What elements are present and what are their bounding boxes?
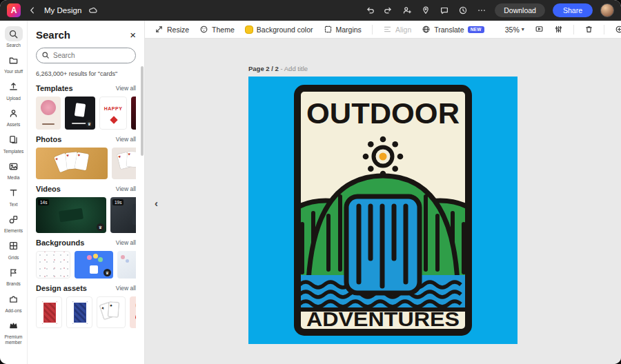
share-button[interactable]: Share — [553, 3, 593, 17]
backgrounds-row: ♛ — [36, 251, 136, 279]
settings-sliders-button[interactable] — [554, 25, 563, 34]
user-avatar[interactable] — [600, 3, 614, 17]
folder-icon — [5, 52, 23, 68]
background-thumbnail[interactable] — [36, 251, 70, 279]
resize-button[interactable]: Resize — [155, 25, 189, 34]
sidebar-item-search[interactable]: Search — [0, 24, 27, 50]
artboard[interactable]: OUTDOOR ADVENTURES — [248, 77, 518, 344]
panel-collapse-chevron-icon[interactable]: ‹ — [155, 197, 158, 209]
margins-icon — [324, 25, 333, 34]
sidebar-item-text[interactable]: Text — [0, 183, 27, 210]
sidebar-item-your-stuff[interactable]: Your stuff — [0, 50, 27, 77]
sidebar-item-media[interactable]: Media — [0, 156, 27, 183]
comment-icon[interactable] — [439, 5, 450, 16]
download-button[interactable]: Download — [495, 3, 545, 17]
add-title-label: - Add title — [280, 65, 308, 72]
background-thumbnail[interactable]: ♛ — [75, 251, 113, 279]
back-chevron-icon[interactable] — [27, 5, 38, 16]
plus-circle-icon — [615, 25, 621, 34]
poster-title-bottom[interactable]: ADVENTURES — [306, 307, 460, 330]
upload-icon — [5, 79, 23, 94]
translate-icon — [422, 25, 431, 34]
elements-icon — [5, 212, 23, 227]
sidebar-item-upload[interactable]: Upload — [0, 77, 27, 103]
design-asset-thumbnail[interactable] — [66, 296, 92, 328]
panel-scrollbar[interactable] — [141, 66, 144, 156]
photo-thumbnail[interactable]: ♥ ♥ ♥ — [36, 148, 108, 179]
preview-icon — [535, 25, 544, 34]
search-icon — [5, 26, 23, 41]
panel-title: Search — [36, 29, 70, 41]
add-page-button[interactable]: Add — [615, 25, 621, 34]
template-thumbnail[interactable]: HAPPY — [99, 97, 127, 130]
app-window: A My Design Download Share Search — [0, 0, 621, 364]
adobe-express-logo[interactable]: A — [7, 3, 21, 17]
sidebar-item-elements[interactable]: Elements — [0, 210, 27, 236]
background-color-swatch-icon — [245, 26, 253, 34]
page-label[interactable]: Page 2 / 2 - Add title — [248, 65, 518, 72]
search-box — [36, 48, 136, 63]
invite-collaborator-icon[interactable] — [402, 5, 413, 16]
more-options-icon[interactable] — [476, 5, 487, 16]
new-badge: NEW — [468, 26, 484, 33]
align-icon — [383, 25, 392, 34]
sidebar-item-templates[interactable]: Templates — [0, 130, 27, 156]
view-all-backgrounds[interactable]: View all — [116, 239, 136, 246]
sidebar-item-grids[interactable]: Grids — [0, 236, 27, 263]
undo-icon[interactable] — [364, 5, 375, 16]
trash-icon — [584, 25, 593, 34]
search-input[interactable] — [36, 48, 136, 63]
view-all-photos[interactable]: View all — [116, 136, 136, 143]
background-color-button[interactable]: Background color — [245, 26, 313, 34]
premium-crown-icon — [5, 318, 23, 333]
template-thumbnail[interactable] — [131, 97, 136, 130]
design-asset-thumbnail[interactable] — [130, 296, 136, 328]
section-title-backgrounds: Backgrounds — [36, 239, 84, 247]
preview-button[interactable] — [535, 25, 544, 34]
video-duration-badge: 19s — [112, 199, 124, 205]
chevron-down-icon: ▾ — [522, 26, 524, 32]
redo-icon[interactable] — [383, 5, 394, 16]
view-all-videos[interactable]: View all — [116, 185, 136, 192]
brands-icon — [5, 265, 23, 280]
premium-crown-icon: ♛ — [86, 120, 93, 128]
settings-sliders-icon — [554, 25, 563, 34]
text-icon — [5, 185, 23, 201]
video-thumbnail[interactable]: 19s ♛ — [110, 197, 136, 233]
template-thumbnail[interactable] — [36, 97, 61, 130]
margins-button[interactable]: Margins — [324, 25, 362, 34]
sidebar-item-add-ons[interactable]: Add-ons — [0, 290, 27, 316]
theme-button[interactable]: Theme — [199, 25, 235, 34]
canvas-body: ‹ Page 2 / 2 - Add title — [145, 39, 621, 364]
poster-graphic[interactable]: OUTDOOR ADVENTURES — [294, 85, 472, 336]
resize-icon — [155, 25, 164, 34]
media-icon — [5, 159, 23, 174]
section-title-videos: Videos — [36, 185, 61, 193]
design-assets-row: ♠ ♠ — [36, 296, 136, 328]
design-asset-thumbnail[interactable]: ♠ ♠ — [97, 296, 126, 328]
poster-title-top[interactable]: OUTDOOR — [306, 97, 460, 130]
align-button: Align — [383, 25, 411, 34]
templates-icon — [5, 132, 23, 148]
template-thumbnail[interactable]: ♛ — [65, 97, 95, 130]
photo-thumbnail[interactable]: ♥ ♥ — [112, 148, 136, 179]
design-asset-thumbnail[interactable] — [36, 296, 62, 328]
premium-crown-icon: ♛ — [103, 269, 111, 276]
results-count: 6,263,000+ results for "cards" — [36, 70, 136, 77]
sidebar-item-premium-member[interactable]: Premium member — [0, 316, 27, 347]
video-thumbnail[interactable]: 14s ♛ — [36, 197, 106, 233]
theme-icon — [199, 25, 208, 34]
background-thumbnail[interactable] — [117, 251, 136, 279]
sidebar-item-brands[interactable]: Brands — [0, 263, 27, 289]
sidebar-item-assets[interactable]: Assets — [0, 103, 27, 130]
location-pin-icon[interactable] — [420, 5, 431, 16]
document-title[interactable]: My Design — [44, 6, 81, 14]
view-all-templates[interactable]: View all — [116, 85, 136, 92]
delete-page-button[interactable] — [584, 25, 593, 34]
close-icon[interactable]: × — [130, 30, 136, 40]
view-all-design-assets[interactable]: View all — [116, 285, 136, 292]
translate-button[interactable]: Translate NEW — [422, 25, 484, 34]
version-history-icon[interactable] — [457, 5, 469, 16]
zoom-control[interactable]: 35%▾ — [505, 26, 524, 34]
section-title-design-assets: Design assets — [36, 284, 87, 292]
